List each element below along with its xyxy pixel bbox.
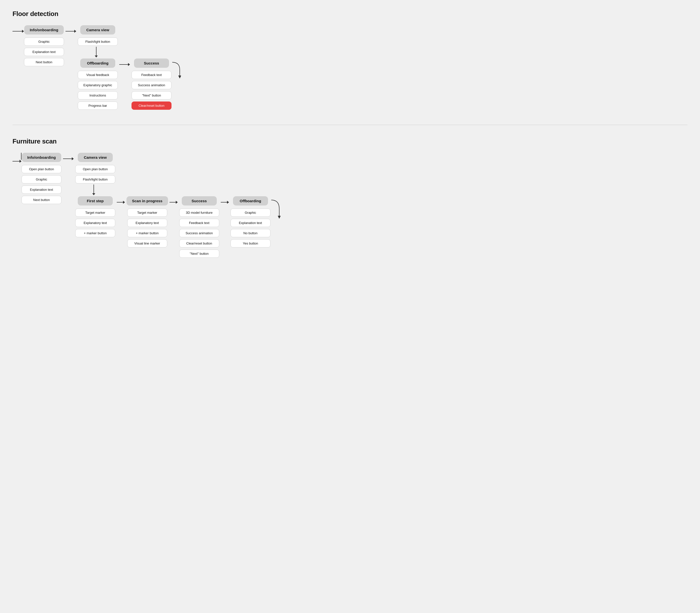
furniture-scan-explanatory: Explanatory text: [127, 219, 167, 227]
floor-success-children: Feedback text Success animation "Next" b…: [131, 71, 171, 110]
furniture-success-clear-reset: Clear/reset button: [179, 239, 219, 248]
svg-marker-0: [178, 76, 181, 78]
furniture-scan-target: Target marker: [127, 209, 167, 217]
furniture-success-node: Success 3D model furniture Feedback text…: [179, 196, 219, 258]
furniture-first-step-marker-btn: + marker button: [75, 229, 115, 237]
floor-info-graphic: Graphic: [24, 38, 64, 46]
floor-offboarding-children: Visual feedback Explanatory graphic Inst…: [78, 71, 118, 110]
furniture-camera-label: Camera view: [78, 153, 113, 162]
floor-offboarding-label: Offboarding: [80, 58, 115, 68]
furniture-offboarding-children: Graphic Explanation text No button Yes b…: [231, 209, 271, 248]
floor-offboarding-progress-bar: Progress bar: [78, 102, 118, 110]
furniture-info-onboarding-node: Info/onboarding Open plan button Graphic…: [22, 153, 62, 204]
arrow-success-curved-floor: [171, 61, 181, 79]
furniture-success-next-button: "Next" button: [179, 249, 219, 258]
furniture-scan-progress-label: Scan in progress: [127, 196, 168, 206]
arrow-offboarding-to-success-floor: [119, 63, 130, 66]
l-arrow-furniture: [13, 153, 22, 163]
furniture-info-next-button: Next button: [22, 196, 62, 204]
floor-success-feedback-text: Feedback text: [131, 71, 171, 79]
floor-success-node: Success Feedback text Success animation …: [131, 58, 171, 110]
furniture-scan-marker-btn: + marker button: [127, 229, 167, 237]
arrow-success-to-offboarding-furniture: [221, 201, 229, 204]
floor-info-onboarding-node: Info/onboarding Graphic Explanation text…: [24, 25, 64, 66]
furniture-success-children: 3D model furniture Feedback text Success…: [179, 209, 219, 258]
svg-marker-1: [278, 216, 281, 219]
floor-info-onboarding-label: Info/onboarding: [24, 25, 64, 35]
furniture-offboarding-no-button: No button: [231, 229, 271, 237]
furniture-first-step-target: Target marker: [75, 209, 115, 217]
furniture-first-step-children: Target marker Explanatory text + marker …: [75, 209, 115, 237]
furniture-first-step-label: First step: [78, 196, 113, 206]
floor-offboarding-instructions: Instructions: [78, 91, 118, 100]
furniture-scan-section: Furniture scan Info/onboarding Open plan…: [13, 138, 687, 258]
furniture-camera-children: Open plan button Flash/light button: [75, 165, 115, 183]
arrow-info-to-camera-furniture: [63, 157, 74, 160]
furniture-success-3dmodel: 3D model furniture: [179, 209, 219, 217]
floor-camera-node: Camera view Flash/light button: [78, 25, 118, 46]
furniture-success-feedback-text: Feedback text: [179, 219, 219, 227]
furniture-info-graphic: Graphic: [22, 175, 62, 183]
furniture-success-animation: Success animation: [179, 229, 219, 237]
furniture-camera-flash: Flash/light button: [75, 175, 115, 183]
furniture-lower-row: First step Target marker Explanatory tex…: [75, 196, 271, 258]
furniture-scan-progress-children: Target marker Explanatory text + marker …: [127, 209, 167, 248]
arrow-scan-to-success-furniture: [169, 201, 178, 204]
floor-offboarding-visual-feedback: Visual feedback: [78, 71, 118, 79]
furniture-scan-visual-line: Visual line marker: [127, 239, 167, 248]
arrow-camera-to-offboarding-floor: [95, 47, 98, 57]
furniture-info-onboarding-label: Info/onboarding: [22, 153, 61, 162]
furniture-offboarding-yes-button: Yes button: [231, 239, 271, 248]
floor-offboarding-explanatory-graphic: Explanatory graphic: [78, 81, 118, 89]
arrow-firststep-to-scan-furniture: [117, 201, 125, 204]
furniture-first-step-explanatory: Explanatory text: [75, 219, 115, 227]
floor-offboarding-node: Offboarding Visual feedback Explanatory …: [78, 58, 118, 110]
furniture-offboarding-graphic: Graphic: [231, 209, 271, 217]
furniture-camera-node: Camera view Open plan button Flash/light…: [75, 153, 115, 183]
furniture-scan-title: Furniture scan: [13, 138, 687, 145]
furniture-info-explanation-text: Explanation text: [22, 185, 62, 194]
floor-camera-label: Camera view: [80, 25, 115, 35]
floor-camera-flash: Flash/light button: [78, 38, 118, 46]
initial-arrow-floor: [13, 30, 24, 33]
floor-info-explanation-text: Explanation text: [24, 48, 64, 56]
furniture-first-step-node: First step Target marker Explanatory tex…: [75, 196, 115, 237]
furniture-scan-progress-node: Scan in progress Target marker Explanato…: [127, 196, 168, 248]
furniture-info-children: Open plan button Graphic Explanation tex…: [22, 165, 62, 204]
floor-success-label: Success: [134, 58, 169, 68]
furniture-offboarding-label: Offboarding: [233, 196, 268, 206]
floor-success-next-button: "Next" button: [131, 91, 171, 100]
furniture-camera-open-plan: Open plan button: [75, 165, 115, 173]
floor-detection-section: Floor detection Info/onboarding Graphic …: [13, 10, 687, 110]
arrow-camera-to-firststep-furniture: [92, 184, 95, 195]
furniture-info-open-plan: Open plan button: [22, 165, 62, 173]
floor-success-animation: Success animation: [131, 81, 171, 89]
floor-info-next-button: Next button: [24, 58, 64, 66]
floor-camera-children: Flash/light button: [78, 38, 118, 46]
floor-info-onboarding-children: Graphic Explanation text Next button: [24, 38, 64, 66]
arrow-info-to-camera-floor: [65, 30, 76, 33]
furniture-camera-and-below: Camera view Open plan button Flash/light…: [75, 153, 271, 258]
floor-offboarding-success-row: Offboarding Visual feedback Explanatory …: [78, 58, 171, 110]
floor-success-clear-reset: Clear/reset button: [131, 102, 171, 110]
floor-camera-and-below: Camera view Flash/light button Offboardi…: [78, 25, 171, 110]
floor-detection-title: Floor detection: [13, 10, 687, 18]
furniture-success-label: Success: [182, 196, 217, 206]
furniture-offboarding-node: Offboarding Graphic Explanation text No …: [231, 196, 271, 248]
furniture-offboarding-explanation: Explanation text: [231, 219, 271, 227]
arrow-offboarding-curved-furniture: [270, 199, 281, 220]
